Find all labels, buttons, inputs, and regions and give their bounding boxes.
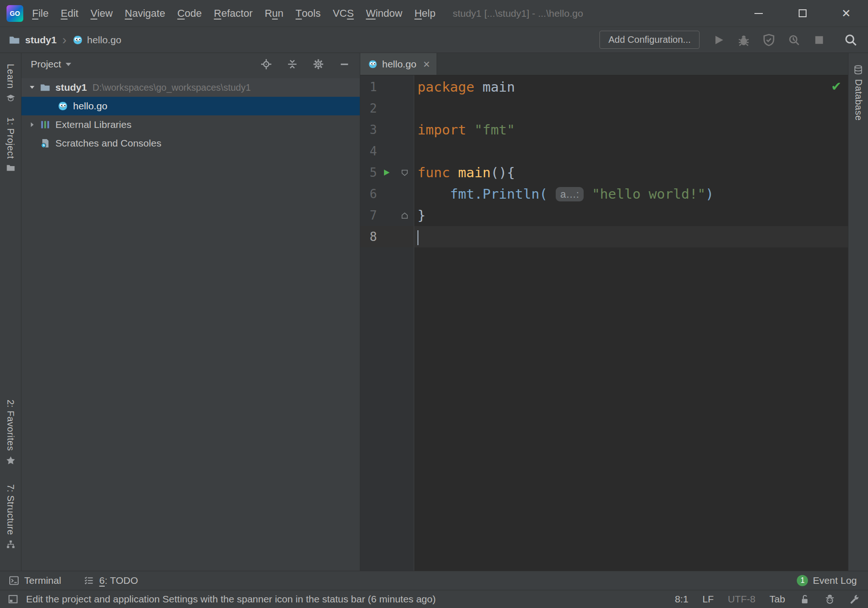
fold-marker-icon[interactable] (396, 167, 413, 178)
menu-view[interactable]: View (84, 0, 119, 27)
folder-stripe-icon (6, 163, 16, 173)
line-number: 4 (360, 144, 377, 158)
lock-open-icon[interactable] (799, 594, 810, 605)
code-line-7[interactable]: 7} (360, 205, 848, 226)
code-line-5[interactable]: 5func main(){ (360, 162, 848, 183)
menu-run[interactable]: Run (259, 0, 289, 27)
code-text: package main (413, 79, 515, 95)
tool-button-6-todo[interactable]: 6: TODO (83, 575, 138, 586)
menu-help[interactable]: Help (408, 0, 441, 27)
line-number: 3 (360, 123, 377, 137)
menu-edit[interactable]: Edit (54, 0, 84, 27)
caret-position[interactable]: 8:1 (675, 594, 688, 605)
project-panel-title[interactable]: Project (31, 59, 61, 70)
minimize-button[interactable] (737, 0, 781, 27)
tool-stripe-label: Learn (5, 64, 16, 89)
tree-item-external-libraries[interactable]: External Libraries (21, 115, 360, 134)
maximize-button[interactable] (781, 0, 824, 27)
tool-stripe-learn[interactable]: Learn (5, 64, 16, 103)
menu-tools[interactable]: Tools (289, 0, 327, 27)
goland-logo-icon[interactable]: GO (7, 5, 23, 22)
run-toolbar: Add Configuration... (599, 31, 860, 49)
tree-item-scratches-and-consoles[interactable]: Scratches and Consoles (21, 134, 360, 153)
project-panel-header: Project (21, 53, 360, 75)
add-configuration-button[interactable]: Add Configuration... (599, 31, 700, 49)
hide-panel-icon[interactable] (338, 58, 350, 70)
main-area: Learn1: Project 2: Favorites7: Structure… (0, 53, 868, 571)
profile-icon[interactable] (787, 33, 801, 47)
goland-logo-text: GO (10, 10, 20, 17)
folder-icon (39, 82, 51, 93)
tree-item-label: Scratches and Consoles (55, 138, 161, 149)
hector-inspector-icon[interactable] (824, 594, 835, 605)
settings-gear-icon[interactable] (312, 58, 324, 70)
right-tool-stripe: Database (848, 53, 868, 571)
tool-stripe-2-favorites[interactable]: 2: Favorites (5, 400, 16, 465)
inspections-ok-icon[interactable]: ✔ (831, 79, 841, 94)
select-opened-file-icon[interactable] (260, 58, 272, 70)
tool-stripe-7-structure[interactable]: 7: Structure (5, 484, 16, 549)
toolwindow-toggle-icon[interactable] (7, 594, 19, 605)
menu-navigate[interactable]: Navigate (119, 0, 171, 27)
coverage-icon[interactable] (762, 33, 776, 47)
window-controls: ✕ (737, 0, 868, 27)
indent-style[interactable]: Tab (769, 594, 785, 605)
tool-stripe-label: 7: Structure (5, 484, 16, 535)
code-line-8[interactable]: 8 (360, 226, 848, 247)
editor-tab-hello-go[interactable]: hello.go ✕ (360, 53, 437, 75)
line-number: 5 (360, 166, 377, 180)
menu-bar: FileEditViewNavigateCodeRefactorRunTools… (26, 0, 442, 27)
collapse-all-icon[interactable] (286, 58, 298, 70)
chevron-down-icon[interactable] (66, 63, 71, 66)
expand-arrow-icon[interactable] (25, 120, 39, 130)
learn-icon (6, 93, 16, 103)
go-file-icon (368, 59, 378, 69)
run-icon[interactable] (712, 33, 726, 47)
minimize-icon (754, 13, 763, 14)
tree-item-path: D:\workspaces\go_workspaces\study1 (93, 82, 251, 93)
code-line-4[interactable]: 4 (360, 140, 848, 162)
tool-stripe-label: 1: Project (5, 117, 16, 159)
run-main-icon[interactable] (377, 167, 396, 178)
maximize-icon (799, 9, 807, 17)
menu-refactor[interactable]: Refactor (208, 0, 259, 27)
code-line-2[interactable]: 2 (360, 98, 848, 119)
breadcrumb-file[interactable]: hello.go (87, 34, 121, 46)
menu-vcs[interactable]: VCS (327, 0, 360, 27)
menu-window[interactable]: Window (360, 0, 408, 27)
menu-code[interactable]: Code (171, 0, 208, 27)
breadcrumb-chevron-icon: › (62, 33, 67, 47)
collapse-arrow-icon[interactable] (25, 82, 39, 93)
title-bar: GO FileEditViewNavigateCodeRefactorRunTo… (0, 0, 868, 27)
search-everywhere-icon[interactable] (844, 33, 858, 47)
goland-ide-window: GO FileEditViewNavigateCodeRefactorRunTo… (0, 0, 868, 608)
bottom-bar-right: 1Event Log (797, 575, 860, 586)
file-encoding[interactable]: UTF-8 (728, 594, 756, 605)
tool-button-event-log[interactable]: 1Event Log (797, 575, 857, 586)
tree-item-hello-go[interactable]: hello.go (21, 97, 360, 115)
tool-stripe-1-project[interactable]: 1: Project (5, 117, 16, 173)
close-window-button[interactable]: ✕ (824, 0, 868, 27)
stop-icon[interactable] (812, 33, 826, 47)
tool-stripe-database[interactable]: Database (853, 65, 864, 121)
structure-icon (6, 539, 16, 549)
star-icon (6, 455, 16, 466)
breadcrumb-project[interactable]: study1 (25, 34, 57, 46)
code-editor[interactable]: 1package main23import "fmt"45func main()… (360, 75, 848, 571)
debug-icon[interactable] (737, 33, 751, 47)
menu-file[interactable]: File (26, 0, 54, 27)
code-line-3[interactable]: 3import "fmt" (360, 119, 848, 140)
status-message[interactable]: Edit the project and application Setting… (26, 594, 436, 605)
code-line-1[interactable]: 1package main (360, 76, 848, 98)
wrench-icon[interactable] (849, 594, 861, 605)
fold-marker-icon[interactable] (396, 210, 413, 220)
close-tab-icon[interactable]: ✕ (423, 59, 431, 69)
line-number: 8 (360, 230, 377, 244)
tree-item-study1[interactable]: study1D:\workspaces\go_workspaces\study1 (21, 78, 360, 97)
code-line-6[interactable]: 6 fmt.Println( a…: "hello world!") (360, 183, 848, 205)
line-separator[interactable]: LF (702, 594, 714, 605)
text-caret (417, 230, 418, 245)
database-icon (853, 65, 863, 75)
go-file-icon (57, 100, 69, 112)
tool-button-terminal[interactable]: Terminal (8, 575, 61, 586)
